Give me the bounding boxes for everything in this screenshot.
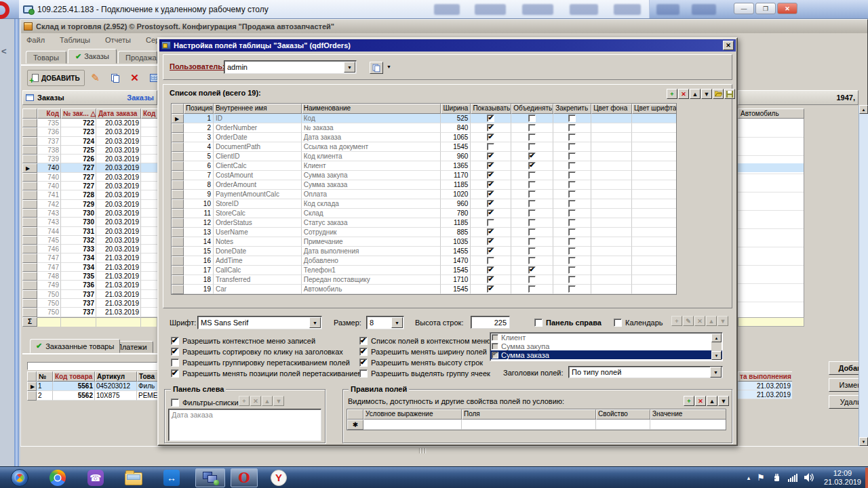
- filters-lists-checkbox[interactable]: Фильтры-списки:: [171, 397, 241, 408]
- host-chevron-icon[interactable]: <: [1, 46, 7, 56]
- merge-checkbox[interactable]: [528, 162, 536, 169]
- delete-record-button[interactable]: ✕: [126, 70, 144, 86]
- col-fields[interactable]: Поля: [462, 409, 596, 420]
- pin-checkbox[interactable]: [568, 200, 576, 207]
- dropdown-icon[interactable]: ▼: [710, 367, 722, 378]
- show-checkbox[interactable]: [487, 285, 494, 293]
- field-row[interactable]: 19 Car Автомобиль 1545: [172, 285, 676, 294]
- row-selector[interactable]: [172, 142, 184, 152]
- merge-checkbox[interactable]: [528, 115, 536, 122]
- option-checkbox[interactable]: Разрешить группировку перетаскиванием по…: [171, 357, 363, 368]
- tab-zakazy[interactable]: ✔ Заказы: [68, 49, 117, 64]
- font-color-cell[interactable]: [632, 133, 676, 142]
- show-checkbox[interactable]: [487, 219, 494, 226]
- row-selector[interactable]: [22, 272, 37, 281]
- field-list-item[interactable]: Клиент: [490, 333, 722, 342]
- row-selector[interactable]: [22, 200, 37, 209]
- order-row[interactable]: 739 726 20.03.2019: [22, 155, 157, 163]
- delete-rule-icon[interactable]: ✕: [695, 396, 706, 406]
- order-row[interactable]: 736 723 20.03.2019: [22, 127, 157, 136]
- col-bg-color[interactable]: Цвет фона: [591, 104, 632, 114]
- volume-icon[interactable]: [804, 473, 814, 482]
- row-selector[interactable]: [172, 152, 184, 161]
- merge-checkbox[interactable]: [528, 276, 536, 283]
- show-checkbox[interactable]: [487, 181, 494, 188]
- field-row[interactable]: 17 CallCalc Телефон1 1545: [172, 266, 676, 275]
- merge-checkbox[interactable]: [528, 190, 536, 198]
- row-selector[interactable]: [22, 281, 37, 289]
- add-record-button[interactable]: ДОБАВИТЬ: [27, 70, 85, 86]
- close-button[interactable]: ✕: [777, 3, 797, 14]
- item-row[interactable]: 1 5561 045203012 Филь: [27, 382, 157, 391]
- move-down-icon[interactable]: ▼: [701, 89, 712, 99]
- row-selector[interactable]: [172, 209, 184, 218]
- taskbar-rdp-active[interactable]: [195, 468, 225, 487]
- row-selector[interactable]: [22, 227, 37, 236]
- power-plug-icon[interactable]: [772, 473, 781, 483]
- font-color-cell[interactable]: [632, 142, 676, 152]
- bg-color-cell[interactable]: [591, 275, 632, 285]
- show-checkbox[interactable]: [487, 276, 494, 283]
- bg-color-cell[interactable]: [591, 228, 632, 237]
- move-down-icon[interactable]: ▼: [718, 396, 729, 406]
- row-selector[interactable]: [22, 209, 37, 218]
- bg-color-cell[interactable]: [591, 266, 632, 275]
- size-combo[interactable]: 8 ▼: [366, 316, 404, 329]
- show-checkbox[interactable]: [487, 228, 494, 236]
- field-row[interactable]: 1 ID Код 525: [172, 114, 676, 123]
- order-row[interactable]: 750 737 21.03.2019: [22, 308, 157, 317]
- row-selector[interactable]: [22, 146, 37, 155]
- show-checkbox[interactable]: [487, 257, 494, 264]
- row-selector[interactable]: [172, 123, 184, 133]
- maximize-button[interactable]: ❐: [755, 3, 776, 14]
- field-row[interactable]: 11 StoreCalc Склад 780: [172, 209, 676, 218]
- row-selector[interactable]: [172, 285, 184, 294]
- row-selector[interactable]: [22, 290, 37, 299]
- merge-checkbox[interactable]: [528, 219, 536, 226]
- scroll-down-icon[interactable]: ▼: [711, 351, 722, 360]
- row-selector[interactable]: [22, 163, 37, 172]
- col-width[interactable]: Ширина: [441, 104, 471, 114]
- row-selector[interactable]: [27, 382, 37, 391]
- rowheight-input[interactable]: [471, 316, 510, 329]
- merge-checkbox[interactable]: [528, 228, 536, 236]
- bg-color-cell[interactable]: [591, 180, 632, 190]
- tab-tovary[interactable]: Товары: [26, 51, 66, 64]
- field-row[interactable]: 6 ClientCalc Клиент 1365: [172, 161, 676, 171]
- order-row[interactable]: 750 737 21.03.2019: [22, 299, 157, 308]
- menu-item[interactable]: Отчеты: [105, 36, 131, 44]
- scroll-up-icon[interactable]: ▲: [859, 105, 868, 114]
- taskbar-teamviewer[interactable]: ↔: [160, 468, 183, 487]
- col-internal-name[interactable]: Внутреннее имя: [214, 104, 302, 114]
- row-selector[interactable]: [22, 308, 37, 317]
- add-rule-icon[interactable]: +: [684, 396, 694, 406]
- filters-listbox[interactable]: Дата заказа: [168, 409, 321, 441]
- items-col-name[interactable]: Това: [137, 371, 157, 382]
- field-row[interactable]: 10 StoreID Код склада 960: [172, 199, 676, 209]
- clock[interactable]: 12:09 21.03.2019: [824, 469, 861, 487]
- delete-icon[interactable]: ✕: [250, 396, 261, 406]
- field-row[interactable]: 5 ClientID Код клиента 960: [172, 152, 676, 161]
- minimize-button[interactable]: —: [734, 3, 754, 14]
- add-icon[interactable]: +: [671, 316, 682, 326]
- row-selector[interactable]: [172, 266, 184, 275]
- items-col-art[interactable]: Артикул: [95, 371, 137, 382]
- col-value[interactable]: Значение: [650, 409, 726, 420]
- option-checkbox[interactable]: Разрешить выделять группу ячеек: [359, 368, 491, 379]
- bg-color-cell[interactable]: [591, 218, 632, 228]
- row-selector[interactable]: [172, 180, 184, 190]
- order-row[interactable]: 740 727 20.03.2019: [22, 182, 157, 190]
- taskbar-viber[interactable]: ☎: [84, 468, 107, 487]
- orders-col-num[interactable]: № зак... △: [61, 108, 96, 119]
- action-center-flag-icon[interactable]: ⚑: [757, 472, 765, 483]
- tab-prodazha[interactable]: Продажа товаро: [118, 51, 157, 64]
- font-color-cell[interactable]: [632, 266, 676, 275]
- row-selector[interactable]: [27, 391, 37, 401]
- row-selector[interactable]: [172, 275, 184, 285]
- tray-expand-icon[interactable]: ▴: [747, 474, 751, 481]
- move-up-icon[interactable]: ▲: [706, 316, 717, 326]
- field-row[interactable]: 8 OrderAmount Сумма заказа 1185: [172, 180, 676, 190]
- splitter-grip[interactable]: [419, 448, 429, 453]
- show-checkbox[interactable]: [487, 190, 494, 198]
- show-checkbox[interactable]: [487, 143, 494, 150]
